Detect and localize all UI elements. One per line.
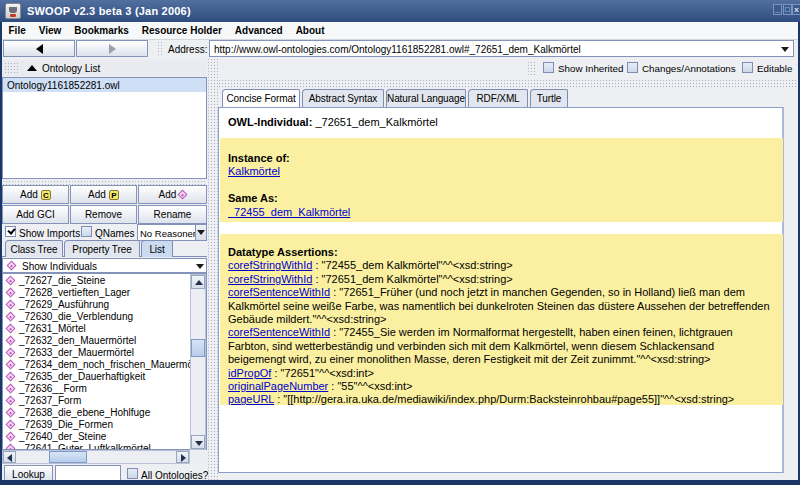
individual-label: _72628_vertieften_Lager [19, 287, 130, 298]
individuals-hscrollbar[interactable] [2, 450, 190, 464]
menu-file[interactable]: File [2, 22, 32, 39]
add-gci-button[interactable]: Add GCI [2, 205, 69, 224]
same-as-link[interactable]: _72455_dem_Kalkmörtel [228, 206, 350, 218]
changes-annotations-label: Changes/Annotations [642, 63, 736, 74]
individual-item[interactable]: _72633_der_Mauermörtel [3, 347, 206, 359]
individual-item[interactable]: _72628_vertieften_Lager [3, 287, 206, 299]
assertion-property-link[interactable]: corefSentenceWithId [228, 326, 330, 338]
datatype-assertion: pageURL : "[[http://gera.ira.uka.de/medi… [228, 393, 773, 406]
individual-label: _72639_Die_Formen [19, 419, 113, 430]
detail-splitter[interactable] [218, 79, 798, 88]
tab-property-tree[interactable]: Property Tree [64, 240, 140, 257]
address-field[interactable]: http://www.owl-ontologies.com/Ontology11… [209, 40, 794, 57]
main-splitter[interactable] [207, 58, 218, 480]
show-imports-checkbox[interactable] [5, 226, 16, 237]
individuals-vscrollbar[interactable] [190, 274, 206, 450]
rename-button[interactable]: Rename [138, 205, 207, 224]
panel-handle[interactable] [4, 62, 18, 74]
menu-bookmarks[interactable]: Bookmarks [68, 22, 135, 39]
editable-checkbox[interactable] [742, 62, 753, 73]
assertion-property-link[interactable]: idPropOf [228, 367, 271, 379]
scroll-thumb[interactable] [191, 339, 205, 357]
datatype-assertion: corefSentenceWithId : "72651_Früher (und… [228, 286, 773, 326]
assertion-value: : "72651_dem Kalkmörtel"^^<xsd:string> [312, 273, 512, 285]
instance-of-link[interactable]: Kalkmörtel [228, 165, 280, 177]
individual-item[interactable]: _72641_Guter_Luftkalkmörtel [3, 443, 206, 450]
assertion-property-link[interactable]: corefStringWithId [228, 273, 312, 285]
individual-item[interactable]: _72631_Mörtel [3, 323, 206, 335]
tab-list[interactable]: List [141, 240, 173, 257]
individual-icon [6, 312, 16, 322]
ontology-list-item[interactable]: Ontology1161852281.owl [3, 78, 206, 92]
menu-resource-holder[interactable]: Resource Holder [135, 22, 228, 39]
back-button[interactable] [3, 40, 75, 57]
assertion-property-link[interactable]: corefSentenceWithId [228, 286, 330, 298]
add-class-button[interactable]: AddC [2, 185, 69, 204]
individual-label: _72629_Ausführung [19, 299, 109, 310]
individual-item[interactable]: _72627_die_Steine [3, 275, 206, 287]
menu-view[interactable]: View [32, 22, 68, 39]
tab-turtle[interactable]: Turtle [530, 89, 568, 107]
individuals-filter-select[interactable]: Show Individuals [2, 258, 207, 273]
qnames-checkbox[interactable] [81, 226, 92, 237]
forward-button[interactable] [76, 40, 148, 57]
forward-icon [109, 44, 116, 54]
scroll-left-button[interactable] [3, 451, 16, 463]
add-property-button[interactable]: AddP [70, 185, 137, 204]
individuals-list[interactable]: _72627_die_Steine_72628_vertieften_Lager… [2, 273, 207, 450]
assertion-value: : "[[http://gera.ira.uka.de/mediawiki/in… [274, 393, 734, 405]
tab-class-tree[interactable]: Class Tree [5, 240, 63, 257]
scroll-up-button[interactable] [191, 275, 205, 289]
reasoner-value: No Reasoner [140, 228, 196, 239]
assertion-property-link[interactable]: originalPageNumber [228, 380, 328, 392]
individual-icon [6, 288, 16, 298]
individual-item[interactable]: _72630_die_Verblendung [3, 311, 206, 323]
changes-annotations-checkbox[interactable] [627, 62, 638, 73]
tab-rdf-xml[interactable]: RDF/XML [468, 89, 528, 107]
same-as-label: Same As: [228, 192, 773, 205]
individual-label: _72631_Mörtel [19, 323, 86, 334]
collapse-icon[interactable] [27, 65, 37, 71]
individual-item[interactable]: _72639_Die_Formen [3, 419, 206, 431]
assertion-property-link[interactable]: corefStringWithId [228, 259, 312, 271]
tab-natural-language[interactable]: Natural Language [386, 89, 466, 107]
individual-item[interactable]: _72640_der_Steine [3, 431, 206, 443]
scroll-down-button[interactable] [191, 435, 205, 449]
ontology-list-header: Ontology List [2, 60, 207, 76]
individual-label: _72640_der_Steine [19, 431, 106, 442]
close-button[interactable]: x [792, 4, 800, 15]
address-dropdown-icon[interactable] [781, 47, 789, 52]
individuals-filter-dropdown-icon[interactable] [195, 259, 206, 272]
datatype-assertion: corefStringWithId : "72455_dem Kalkmörte… [228, 259, 773, 272]
remove-button[interactable]: Remove [70, 205, 137, 224]
detail-content: OWL-Individual: _72651_dem_Kalkmörtel In… [218, 107, 784, 473]
tab-concise-format[interactable]: Concise Format [222, 89, 300, 107]
all-ontologies-checkbox[interactable] [127, 468, 138, 479]
individual-item[interactable]: _72634_dem_noch_frischen_Mauermörtel [3, 359, 206, 371]
scroll-right-button[interactable] [176, 451, 189, 463]
detail-vscrollbar[interactable] [786, 89, 797, 478]
individual-item[interactable]: _72632_den_Mauermörtel [3, 335, 206, 347]
assertion-value: : "55"^^<xsd:int> [328, 380, 412, 392]
reasoner-dropdown-icon[interactable] [195, 225, 206, 240]
assertion-property-link[interactable]: pageURL [228, 393, 274, 405]
scroll-thumb[interactable] [49, 451, 87, 463]
tab-abstract-syntax[interactable]: Abstract Syntax [302, 89, 384, 107]
individual-label: _72637_Form [19, 395, 81, 406]
show-inherited-checkbox[interactable] [543, 62, 554, 73]
toolbar-handle[interactable] [157, 41, 164, 56]
individual-item[interactable]: _72636__Form [3, 383, 206, 395]
individual-item[interactable]: _72638_die_ebene_Hohlfuge [3, 407, 206, 419]
add-individual-button[interactable]: Add [138, 185, 207, 204]
individual-item[interactable]: _72629_Ausführung [3, 299, 206, 311]
minimize-button[interactable]: _ [773, 4, 782, 15]
menu-advanced[interactable]: Advanced [228, 22, 289, 39]
individual-item[interactable]: _72637_Form [3, 395, 206, 407]
options-handle[interactable] [527, 61, 535, 76]
editable-label: Editable [757, 63, 792, 74]
menu-about[interactable]: About [289, 22, 331, 39]
ontology-list[interactable]: Ontology1161852281.owl [2, 77, 207, 179]
reasoner-select[interactable]: No Reasoner [137, 224, 207, 241]
individual-item[interactable]: _72635_der_Dauerhaftigkeit [3, 371, 206, 383]
maximize-button[interactable]: □ [783, 4, 792, 15]
